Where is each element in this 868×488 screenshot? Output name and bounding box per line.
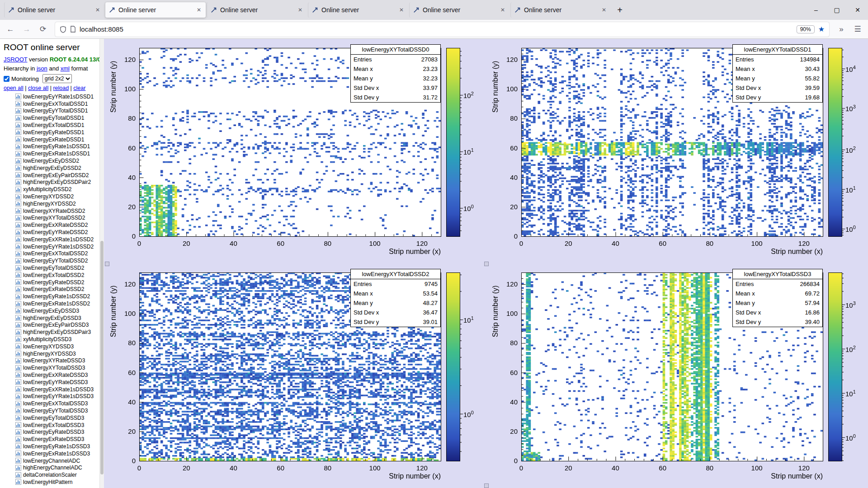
sidebar-item-lowEnergyExEyDSSD2[interactable]: lowEnergyExEyDSSD2: [4, 157, 104, 164]
sidebar-item-lowEnergyExRateDSSD1[interactable]: lowEnergyExRateDSSD1: [4, 136, 104, 143]
sidebar-item-highEnergyExEyDSSD2[interactable]: highEnergyExEyDSSD2: [4, 164, 104, 172]
sidebar-item-lowEnergyXYRateDSSD2[interactable]: lowEnergyXYRateDSSD2: [4, 207, 104, 215]
sidebar-item-lowEnergyExEyPairDSSD3[interactable]: lowEnergyExEyPairDSSD3: [4, 322, 104, 329]
browser-tab[interactable]: Online server✕: [510, 2, 611, 18]
sidebar-item-lowEnergyExTotalDSSD1[interactable]: lowEnergyExTotalDSSD1: [4, 122, 104, 129]
sidebar-item-lowEnergyXYDSSD2[interactable]: lowEnergyXYDSSD2: [4, 193, 104, 200]
grid-layout-select[interactable]: grid 2x2: [42, 74, 72, 83]
sidebar-item-lowEnergyExXRate1sDSSD3[interactable]: lowEnergyExXRate1sDSSD3: [4, 386, 104, 393]
sidebar-item-lowEnergyEyYTotalDSSD3[interactable]: lowEnergyEyYTotalDSSD3: [4, 407, 104, 414]
page-info-icon[interactable]: [70, 26, 76, 33]
sidebar-item-lowEnergyXYDSSD3[interactable]: lowEnergyXYDSSD3: [4, 343, 104, 350]
sidebar-item-lowEnergyExTotalDSSD2[interactable]: lowEnergyExTotalDSSD2: [4, 272, 104, 279]
sidebar-item-lowEnergyXYRateDSSD3[interactable]: lowEnergyXYRateDSSD3: [4, 357, 104, 364]
stats-box-lowEnergyXYTotalDSSD3[interactable]: lowEnergyXYTotalDSSD3Entries266834Mean x…: [732, 269, 823, 327]
browser-tab[interactable]: Online server✕: [4, 2, 104, 18]
sidebar-item-lowEnergyEyYRateDSSD3[interactable]: lowEnergyEyYRateDSSD3: [4, 379, 104, 386]
sidebar-item-lowEnergyEyYRate1sDSSD2[interactable]: lowEnergyEyYRate1sDSSD2: [4, 243, 104, 250]
sidebar-item-lowEnergyExRate1sDSSD1[interactable]: lowEnergyExRate1sDSSD1: [4, 150, 104, 157]
sidebar-item-lowEnergyEyYRateDSSD2[interactable]: lowEnergyEyYRateDSSD2: [4, 229, 104, 236]
sidebar-item-lowEnergyExXRate1sDSSD2[interactable]: lowEnergyExXRate1sDSSD2: [4, 236, 104, 243]
sidebar-item-lowEnergyXYTotalDSSD2[interactable]: lowEnergyXYTotalDSSD2: [4, 215, 104, 222]
sidebar-item-lowEnergyExXTotalDSSD3[interactable]: lowEnergyExXTotalDSSD3: [4, 400, 104, 407]
sidebar-item-lowEnergyEyRate1sDSSD3[interactable]: lowEnergyEyRate1sDSSD3: [4, 443, 104, 450]
sidebar-item-highEnergyChannelADC[interactable]: highEnergyChannelADC: [4, 464, 104, 471]
sidebar-item-lowEnergyExRate1sDSSD3[interactable]: lowEnergyExRate1sDSSD3: [4, 450, 104, 457]
back-button[interactable]: ←: [3, 22, 18, 37]
sidebar-item-lowEnergyExXRateDSSD3[interactable]: lowEnergyExXRateDSSD3: [4, 371, 104, 379]
plot-panel-lowEnergyXYTotalDSSD0[interactable]: 020406080100120020406080100120Strip numb…: [104, 39, 486, 263]
forward-button[interactable]: →: [19, 22, 34, 37]
resize-grip[interactable]: [484, 483, 489, 488]
sidebar-item-lowEnergyExEyPairDSSD2[interactable]: lowEnergyExEyPairDSSD2: [4, 172, 104, 179]
resize-grip[interactable]: [105, 262, 109, 266]
tab-close-icon[interactable]: ✕: [500, 6, 506, 14]
sidebar-scrollbar[interactable]: [99, 39, 104, 488]
menu-hamburger-icon[interactable]: ☰: [850, 22, 865, 37]
stats-box-lowEnergyXYTotalDSSD2[interactable]: lowEnergyXYTotalDSSD2Entries9745Mean x53…: [350, 269, 441, 327]
stats-box-lowEnergyXYTotalDSSD0[interactable]: lowEnergyXYTotalDSSD0Entries27083Mean x2…: [350, 44, 441, 103]
sidebar-item-lowEnergyEyRate1sDSSD2[interactable]: lowEnergyEyRate1sDSSD2: [4, 293, 104, 300]
sidebar-item-lowEnergyEyYTotalDSSD1[interactable]: lowEnergyEyYTotalDSSD1: [4, 108, 104, 115]
monitoring-checkbox[interactable]: [4, 76, 9, 82]
sidebar-item-deltaCorrelationScaler[interactable]: deltaCorrelationScaler: [4, 471, 104, 479]
resize-grip[interactable]: [484, 262, 489, 266]
sidebar-item-lowEnergyEyTotalDSSD1[interactable]: lowEnergyEyTotalDSSD1: [4, 114, 104, 122]
stats-box-lowEnergyXYTotalDSSD1[interactable]: lowEnergyXYTotalDSSD1Entries134984Mean x…: [732, 44, 823, 103]
window-minimize-button[interactable]: –: [806, 0, 826, 20]
sidebar-item-lowEnergyXYTotalDSSD3[interactable]: lowEnergyXYTotalDSSD3: [4, 364, 104, 371]
sidebar-item-lowEnergyEyRate1sDSSD1[interactable]: lowEnergyEyRate1sDSSD1: [4, 143, 104, 150]
sidebar-item-lowEnergyChannelADC[interactable]: lowEnergyChannelADC: [4, 457, 104, 465]
sidebar-item-highEnergyExEyDSSDPair2[interactable]: highEnergyExEyDSSDPair2: [4, 179, 104, 186]
plot-panel-lowEnergyXYTotalDSSD3[interactable]: 020406080100120020406080100120Strip numb…: [486, 263, 868, 488]
sidebar-item-lowEnergyExXRateDSSD2[interactable]: lowEnergyExXRateDSSD2: [4, 221, 104, 229]
url-text[interactable]: localhost:8085: [80, 25, 793, 33]
action-link-clear[interactable]: clear: [73, 85, 85, 91]
sidebar-item-lowEnergyExXTotalDSSD1[interactable]: lowEnergyExXTotalDSSD1: [4, 100, 104, 108]
browser-tab[interactable]: Online server✕: [308, 2, 408, 18]
tab-close-icon[interactable]: ✕: [297, 6, 303, 14]
sidebar-item-lowEnergyExXTotalDSSD2[interactable]: lowEnergyExXTotalDSSD2: [4, 250, 104, 258]
sidebar-item-lowEnergyExRateDSSD2[interactable]: lowEnergyExRateDSSD2: [4, 286, 104, 293]
sidebar-item-lowEnergyExRate1sDSSD2[interactable]: lowEnergyExRate1sDSSD2: [4, 300, 104, 307]
sidebar-item-lowEnergyHitPattern[interactable]: lowEnergyHitPattern: [4, 479, 104, 486]
tab-close-icon[interactable]: ✕: [196, 6, 202, 14]
sidebar-item-lowEnergyExRateDSSD3[interactable]: lowEnergyExRateDSSD3: [4, 436, 104, 443]
sidebar-item-lowEnergyExTotalDSSD3[interactable]: lowEnergyExTotalDSSD3: [4, 422, 104, 429]
tab-close-icon[interactable]: ✕: [398, 6, 405, 14]
action-link-close-all[interactable]: close all: [28, 85, 48, 91]
window-maximize-button[interactable]: ▢: [826, 0, 847, 20]
sidebar-item-lowEnergyEyRateDSSD3[interactable]: lowEnergyEyRateDSSD3: [4, 428, 104, 436]
sidebar-item-lowEnergyEyYTotalDSSD2[interactable]: lowEnergyEyYTotalDSSD2: [4, 257, 104, 264]
sidebar-item-lowEnergyEyRateDSSD1[interactable]: lowEnergyEyRateDSSD1: [4, 129, 104, 136]
xml-link[interactable]: xml: [61, 65, 70, 72]
sidebar-item-highEnergyXYDSSD2[interactable]: highEnergyXYDSSD2: [4, 200, 104, 207]
sidebar-item-lowEnergyExEyDSSD3[interactable]: lowEnergyExEyDSSD3: [4, 307, 104, 314]
browser-tab[interactable]: Online server✕: [105, 2, 206, 18]
browser-tab[interactable]: Online server✕: [409, 2, 509, 18]
shield-icon[interactable]: [60, 26, 66, 33]
window-close-button[interactable]: ✕: [847, 0, 868, 20]
sidebar-scrollbar-thumb[interactable]: [100, 241, 104, 474]
jsroot-link[interactable]: JSROOT: [4, 56, 28, 63]
sidebar-item-xyMultiplicityDSSD3[interactable]: xyMultiplicityDSSD3: [4, 336, 104, 343]
url-bar[interactable]: localhost:8085 90% ★: [55, 22, 829, 37]
plot-panel-lowEnergyXYTotalDSSD2[interactable]: 020406080100120020406080100120Strip numb…: [104, 263, 486, 488]
json-link[interactable]: json: [37, 65, 47, 72]
sidebar-item-highEnergyXYDSSD3[interactable]: highEnergyXYDSSD3: [4, 350, 104, 357]
zoom-level-badge[interactable]: 90%: [797, 25, 815, 33]
sidebar-item-xyMultiplicityDSSD2[interactable]: xyMultiplicityDSSD2: [4, 186, 104, 193]
tab-close-icon[interactable]: ✕: [94, 6, 101, 14]
tab-close-icon[interactable]: ✕: [601, 6, 607, 14]
browser-tab[interactable]: Online server✕: [207, 2, 307, 18]
plot-panel-lowEnergyXYTotalDSSD1[interactable]: 020406080100120020406080100120Strip numb…: [486, 39, 868, 263]
sidebar-item-highEnergyExEyDSSDPair3[interactable]: highEnergyExEyDSSDPair3: [4, 328, 104, 336]
new-tab-button[interactable]: +: [612, 2, 627, 18]
sidebar-item-lowEnergyEyYRate1sDSSD3[interactable]: lowEnergyEyYRate1sDSSD3: [4, 393, 104, 400]
bookmark-star-icon[interactable]: ★: [818, 25, 825, 33]
sidebar-item-lowEnergyEyTotalDSSD2[interactable]: lowEnergyEyTotalDSSD2: [4, 264, 104, 272]
reload-button[interactable]: ⟳: [35, 22, 51, 37]
action-link-open-all[interactable]: open all: [4, 85, 24, 91]
sidebar-item-lowEnergyEyYRate1sDSSD1[interactable]: lowEnergyEyYRate1sDSSD1: [4, 93, 104, 100]
sidebar-item-lowEnergyEyTotalDSSD3[interactable]: lowEnergyEyTotalDSSD3: [4, 414, 104, 422]
